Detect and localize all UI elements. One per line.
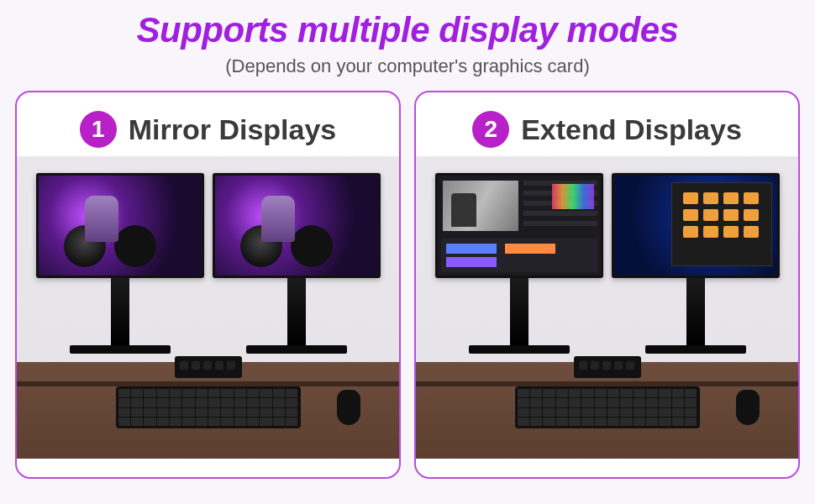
badge-2-icon: 2 — [472, 111, 509, 148]
scene-extend — [416, 156, 798, 459]
docking-station-icon — [175, 356, 242, 378]
panels-row: 1 Mirror Displays — [0, 77, 815, 489]
page-title: Supports multiple display modes — [0, 10, 815, 50]
panel-mirror: 1 Mirror Displays — [15, 91, 401, 479]
scene-mirror — [17, 156, 399, 459]
badge-1-icon: 1 — [80, 111, 117, 148]
screen-file-explorer-icon — [614, 176, 777, 276]
keyboard-icon — [116, 386, 301, 428]
monitor-left — [435, 173, 603, 354]
panel-extend: 2 Extend Displays — [414, 91, 800, 479]
screen-cyberpunk-icon — [39, 176, 202, 276]
mouse-icon — [736, 390, 760, 425]
monitor-right — [213, 173, 381, 354]
screen-video-editor-icon — [438, 176, 601, 276]
page-subtitle: (Depends on your computer's graphics car… — [0, 55, 815, 77]
mouse-icon — [337, 390, 360, 425]
monitor-right — [612, 173, 780, 354]
keyboard-icon — [515, 386, 700, 428]
screen-cyberpunk-icon — [215, 176, 378, 276]
panel-2-label: Extend Displays — [521, 113, 742, 146]
docking-station-icon — [574, 356, 641, 378]
monitor-left — [36, 173, 204, 354]
panel-1-label: Mirror Displays — [129, 113, 337, 146]
